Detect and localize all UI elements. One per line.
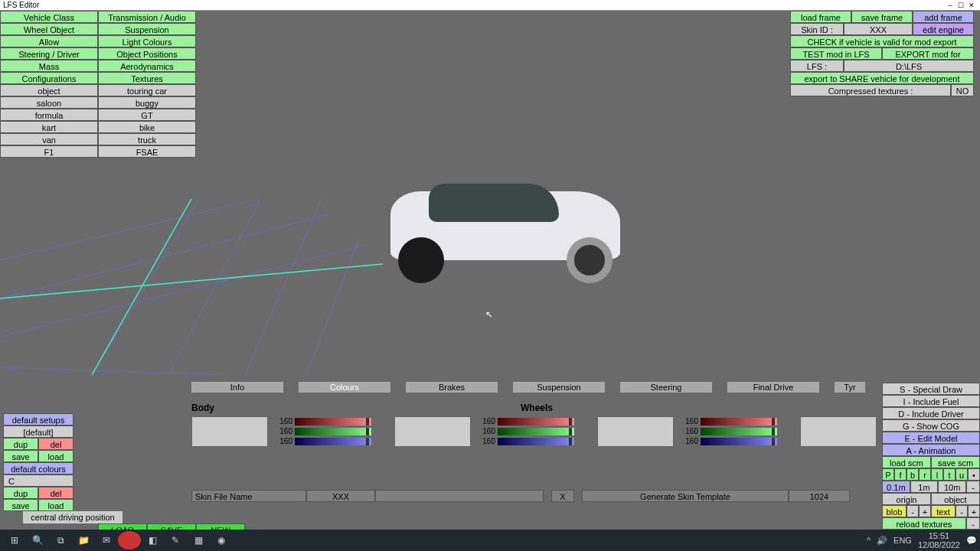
add-frame-button[interactable]: add frame xyxy=(913,11,974,23)
tray-time[interactable]: 15:51 xyxy=(918,531,960,540)
class-van[interactable]: van xyxy=(0,133,98,145)
origin-button[interactable]: origin xyxy=(882,493,931,505)
save-scm-button[interactable]: save scm xyxy=(931,456,980,468)
lfs-taskbar-icon[interactable]: ◉ xyxy=(210,531,233,549)
dist-minus[interactable]: - xyxy=(966,481,980,493)
toggle-f[interactable]: f xyxy=(894,468,906,481)
skin-file-value[interactable]: XXX xyxy=(306,490,375,502)
del-setup-button[interactable]: del xyxy=(38,438,74,450)
skin-id-value[interactable]: XXX xyxy=(844,23,913,35)
tab-textures[interactable]: Textures xyxy=(98,72,196,84)
maximize-button[interactable]: ☐ xyxy=(956,2,966,9)
reload-minus[interactable]: - xyxy=(966,517,980,530)
skin-size-value[interactable]: 1024 xyxy=(789,490,850,502)
test-mod-button[interactable]: TEST mod in LFS xyxy=(790,47,882,60)
object-button[interactable]: object xyxy=(931,493,980,505)
skin-x-button[interactable]: X xyxy=(551,490,574,502)
colour-swatch[interactable] xyxy=(191,416,268,447)
help-animation[interactable]: A - Animation xyxy=(882,444,980,456)
edit-engine-button[interactable]: edit engine xyxy=(913,23,974,35)
toggle-u[interactable]: u xyxy=(956,468,968,481)
app-icon-1[interactable]: ◧ xyxy=(141,531,164,549)
slider-g[interactable] xyxy=(295,428,371,435)
slider-g[interactable] xyxy=(498,428,574,435)
load-setup-button[interactable]: load xyxy=(38,450,74,462)
tab-final-drive[interactable]: Final Drive xyxy=(727,382,819,393)
start-button[interactable]: ⊞ xyxy=(3,531,26,549)
dist-1m[interactable]: 1m xyxy=(910,481,939,493)
colour-swatch[interactable] xyxy=(800,416,877,447)
slider-r[interactable] xyxy=(498,418,574,425)
default-colour-item[interactable]: C xyxy=(3,474,74,487)
toggle-b[interactable]: b xyxy=(906,468,919,481)
default-colours-label[interactable]: default colours xyxy=(3,462,74,474)
tab-allow[interactable]: Allow xyxy=(0,35,98,47)
reload-textures-button[interactable]: reload textures xyxy=(882,517,966,530)
slider-b[interactable] xyxy=(701,438,777,445)
export-mod-button[interactable]: EXPORT mod for UPLOAD xyxy=(882,47,974,60)
slider-b[interactable] xyxy=(498,438,574,445)
save-colour-button[interactable]: save xyxy=(3,499,38,511)
tab-info[interactable]: Info xyxy=(191,382,283,393)
colour-swatch[interactable] xyxy=(394,416,471,447)
tab-steering-driver[interactable]: Steering / Driver xyxy=(0,47,98,60)
default-setups-label[interactable]: default setups xyxy=(3,413,74,425)
class-buggy[interactable]: buggy xyxy=(98,96,196,109)
opera-icon[interactable] xyxy=(118,531,141,549)
export-share-button[interactable]: export to SHARE vehicle for development xyxy=(790,72,974,84)
taskview-icon[interactable]: ⧉ xyxy=(49,531,72,549)
slider-g[interactable] xyxy=(701,428,777,435)
tab-mass[interactable]: Mass xyxy=(0,60,98,72)
class-saloon[interactable]: saloon xyxy=(0,96,98,109)
blob-plus[interactable]: + xyxy=(919,505,931,517)
toggle-t[interactable]: t xyxy=(943,468,956,481)
toggle-r[interactable]: r xyxy=(919,468,931,481)
close-button[interactable]: ✕ xyxy=(966,2,977,9)
central-driving-pos[interactable]: central driving position xyxy=(23,511,122,523)
tab-brakes[interactable]: Brakes xyxy=(406,382,498,393)
tab-wheel-object[interactable]: Wheel Object xyxy=(0,23,98,35)
mail-icon[interactable]: ✉ xyxy=(95,531,118,549)
load-scm-button[interactable]: load scm xyxy=(882,456,931,468)
check-valid-button[interactable]: CHECK if vehicle is valid for mod export xyxy=(790,35,974,47)
class-kart[interactable]: kart xyxy=(0,121,98,133)
save-frame-button[interactable]: save frame xyxy=(851,11,913,23)
skin-file-blank[interactable] xyxy=(375,490,544,502)
tray-sound-icon[interactable]: 🔊 xyxy=(877,536,887,546)
text-plus[interactable]: + xyxy=(968,505,980,517)
dist-10m[interactable]: 10m xyxy=(938,481,966,493)
load-frame-button[interactable]: load frame xyxy=(790,11,851,23)
blob-minus[interactable]: - xyxy=(906,505,919,517)
app-icon-3[interactable]: ▦ xyxy=(187,531,210,549)
tab-colours[interactable]: Colours xyxy=(299,382,390,393)
search-icon[interactable]: 🔍 xyxy=(26,531,49,549)
class-bike[interactable]: bike xyxy=(98,121,196,133)
colour-swatch[interactable] xyxy=(597,416,674,447)
slider-r[interactable] xyxy=(701,418,777,425)
class-f1[interactable]: F1 xyxy=(0,145,98,158)
explorer-icon[interactable]: 📁 xyxy=(72,531,95,549)
dup-setup-button[interactable]: dup xyxy=(3,438,38,450)
tab-tyres[interactable]: Tyr xyxy=(835,382,865,393)
load-colour-button[interactable]: load xyxy=(38,499,74,511)
slider-b[interactable] xyxy=(295,438,371,445)
tab-transmission[interactable]: Transmission / Audio xyxy=(98,11,196,23)
tab-steering[interactable]: Steering xyxy=(620,382,712,393)
class-object[interactable]: object xyxy=(0,84,98,96)
tray-lang[interactable]: ENG xyxy=(893,536,912,545)
class-formula[interactable]: formula xyxy=(0,109,98,121)
dup-colour-button[interactable]: dup xyxy=(3,487,38,499)
class-fsae[interactable]: FSAE xyxy=(98,145,196,158)
class-gt[interactable]: GT xyxy=(98,109,196,121)
tray-notifications-icon[interactable]: 💬 xyxy=(966,536,977,546)
toggle-dot[interactable]: • xyxy=(968,468,980,481)
tab-light-colours[interactable]: Light Colours xyxy=(98,35,196,47)
tray-date[interactable]: 12/08/2022 xyxy=(918,540,960,549)
toggle-l[interactable]: l xyxy=(931,468,943,481)
generate-skin-button[interactable]: Generate Skin Template xyxy=(582,490,789,502)
del-colour-button[interactable]: del xyxy=(38,487,74,499)
vehicle-preview[interactable] xyxy=(383,168,628,291)
text-minus[interactable]: - xyxy=(956,505,968,517)
tab-object-positions[interactable]: Object Positions xyxy=(98,47,196,60)
class-truck[interactable]: truck xyxy=(98,133,196,145)
